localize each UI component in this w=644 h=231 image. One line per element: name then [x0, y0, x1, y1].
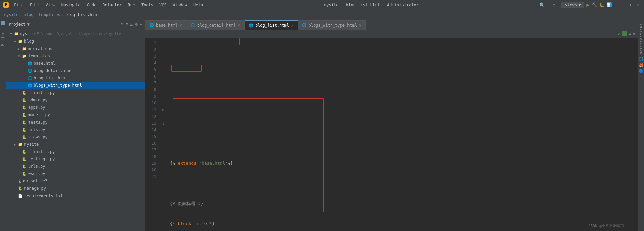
tab-blog-list-html[interactable]: 🌐 blog_list.html ✕: [245, 20, 298, 30]
project-panel: Project ▼ ⊕ ≡ ≣ ⚙ — ▼ 📁 mysite E:\about_…: [6, 19, 145, 231]
tab-list-icon[interactable]: ⋮: [631, 25, 635, 30]
project-title: Project ▼: [9, 22, 119, 27]
minimize-button[interactable]: —: [619, 3, 623, 7]
tree-item-templates[interactable]: ▼ 📁 templates: [6, 52, 145, 60]
browser-icon-2[interactable]: 🦊: [639, 63, 644, 67]
menu-code[interactable]: Code: [84, 2, 99, 8]
menu-window[interactable]: Window: [170, 2, 190, 8]
notifications-strip: Notifications 🌐 🦊 🔵: [638, 19, 644, 231]
code-line-1: {% extends 'base.html'%}: [170, 160, 638, 167]
tab-icon-detail: 🌐: [191, 23, 195, 27]
chevron-down-icon[interactable]: ∨: [633, 31, 635, 36]
tree-item-blog[interactable]: ▼ 📁 blog: [6, 37, 145, 45]
profile-icon[interactable]: 📊: [606, 2, 612, 7]
notifications-label[interactable]: Notifications: [639, 23, 643, 54]
title-bar: P File Edit View Navigate Code Refactor …: [0, 0, 644, 10]
left-strip: Project: [0, 19, 6, 231]
tree-item-views-py[interactable]: 🐍 views.py: [6, 133, 145, 141]
tree-item-models-py[interactable]: 🐍 models.py: [6, 111, 145, 119]
build-icon[interactable]: 🔨: [592, 2, 597, 7]
line-numbers: 1 2 3 4 5 6 7 8 9 10 11 12 13 14 15 16 1…: [145, 38, 159, 231]
views-button[interactable]: views ▼: [561, 2, 584, 8]
menu-navigate[interactable]: Navigate: [59, 2, 84, 8]
check-icon: ✓: [618, 31, 621, 36]
tree-item-blog-list-html[interactable]: 🌐 blog_list.html: [6, 74, 145, 82]
menu-view[interactable]: View: [43, 2, 58, 8]
main-layout: Project Project ▼ ⊕ ≡ ≣ ⚙ — ▼ 📁 mysite E…: [0, 19, 644, 231]
close-tab-detail[interactable]: ✕: [238, 23, 240, 27]
menu-bar[interactable]: File Edit View Navigate Code Refactor Ru…: [11, 2, 206, 8]
tree-item-wsgi-py[interactable]: 🐍 wsgi.py: [6, 170, 145, 177]
tab-icon-list: 🌐: [249, 23, 253, 28]
app-icon: P: [3, 2, 9, 8]
breadcrumb-blog[interactable]: blog: [24, 12, 34, 17]
breadcrumb: mysite › blog › templates › blog_list.ht…: [0, 10, 644, 19]
settings-icon[interactable]: ⚙: [549, 0, 559, 10]
debug-icon[interactable]: 🐛: [599, 2, 604, 7]
tree-item-blog-detail-html[interactable]: 🌐 blog_detail.html: [6, 67, 145, 74]
collapse-icon[interactable]: ≡: [126, 22, 128, 27]
chevron-up-icon[interactable]: ∧: [629, 31, 631, 36]
tree-item-mysite-sub[interactable]: ▶ 📁 mysite: [6, 141, 145, 148]
close-tab-type[interactable]: ✕: [359, 23, 361, 27]
close-panel-icon[interactable]: —: [140, 22, 142, 27]
project-tab-label[interactable]: Project: [1, 29, 5, 46]
close-tab-base[interactable]: ✕: [180, 23, 182, 27]
menu-run[interactable]: Run: [125, 2, 138, 8]
watermark: CSDN @小鲁不吃猪蹄: [588, 223, 624, 228]
tree-item-requirements-txt[interactable]: 📄 requirements.txt: [6, 192, 145, 200]
tree-item-manage-py[interactable]: 🐍 manage.py: [6, 185, 145, 192]
tree-item-settings-py[interactable]: 🐍 settings.py: [6, 155, 145, 163]
browser-icon-3[interactable]: 🔵: [639, 69, 644, 73]
tree-item-blogs-with-type-html[interactable]: 🌐 blogs_with_type.html: [6, 82, 145, 89]
expand-icon[interactable]: ≣: [130, 22, 133, 27]
tab-icon-type: 🌐: [302, 23, 307, 27]
code-editor[interactable]: 1 2 3 4 5 6 7 8 9 10 11 12 13 14 15 16 1…: [145, 38, 638, 231]
browser-icon-1[interactable]: 🌐: [639, 57, 644, 61]
search-icon[interactable]: 🔍: [537, 0, 547, 10]
tree-item-apps-py[interactable]: 🐍 apps.py: [6, 104, 145, 111]
maximize-button[interactable]: ❐: [627, 3, 632, 7]
tree-item-migrations[interactable]: ▶ 📁 migrations: [6, 45, 145, 52]
project-toolbar-icons: ⊕ ≡ ≣ ⚙ —: [121, 22, 142, 27]
window-title: mysite - blog_list.html - Administrator: [324, 3, 419, 7]
menu-refactor[interactable]: Refactor: [100, 2, 124, 8]
menu-file[interactable]: File: [11, 2, 26, 8]
tree-item-init-py-mysite[interactable]: 🐍 __init__.py: [6, 148, 145, 155]
close-tab-list[interactable]: ✕: [291, 23, 293, 28]
menu-edit[interactable]: Edit: [27, 2, 42, 8]
locate-icon[interactable]: ⊕: [121, 22, 124, 27]
menu-help[interactable]: Help: [191, 2, 206, 8]
tree-item-urls-py-blog[interactable]: 🐍 urls.py: [6, 126, 145, 133]
tabs-extra: ⋮: [631, 25, 638, 30]
settings-project-icon[interactable]: ⚙: [135, 22, 138, 27]
breadcrumb-file[interactable]: blog_list.html: [65, 12, 99, 17]
check-count-badge: 4: [622, 31, 628, 36]
breadcrumb-mysite[interactable]: mysite: [4, 12, 18, 17]
tab-blogs-with-type-html[interactable]: 🌐 blogs_with_type.html ✕: [298, 20, 366, 30]
title-bar-left: P File Edit View Navigate Code Refactor …: [3, 2, 206, 8]
tabs-bar: 🌐 base.html ✕ 🌐 blog_detail.html ✕ 🌐 blo…: [145, 19, 638, 30]
tree-item-urls-py-mysite[interactable]: 🐍 urls.py: [6, 163, 145, 170]
tab-blog-detail-html[interactable]: 🌐 blog_detail.html ✕: [186, 20, 245, 30]
breadcrumb-templates[interactable]: templates: [39, 12, 60, 17]
project-icon: [1, 21, 5, 25]
tree-item-tests-py[interactable]: 🐍 tests.py: [6, 119, 145, 126]
project-toolbar: Project ▼ ⊕ ≡ ≣ ⚙ —: [6, 19, 145, 29]
tree-item-db-sqlite3[interactable]: 🗄 db.sqlite3: [6, 177, 145, 185]
tab-icon-base: 🌐: [149, 23, 154, 27]
code-content[interactable]: {% extends 'base.html'%} {# 页面标题 #} {% b…: [166, 38, 638, 231]
tree-item-init-py-blog[interactable]: 🐍 __init__.py: [6, 89, 145, 96]
editor-area: 🌐 base.html ✕ 🌐 blog_detail.html ✕ 🌐 blo…: [145, 19, 638, 231]
window-controls: 🔍 ⚙ views ▼ ▶ 🔨 🐛 📊 — ❐ ✕: [537, 0, 641, 10]
tab-base-html[interactable]: 🌐 base.html ✕: [145, 20, 186, 30]
close-button[interactable]: ✕: [636, 3, 641, 7]
tree-item-mysite[interactable]: ▼ 📁 mysite E:\about_Django\test\mysite_e…: [6, 30, 145, 37]
tree-item-admin-py[interactable]: 🐍 admin.py: [6, 96, 145, 104]
tree-item-base-html[interactable]: 🌐 base.html: [6, 60, 145, 67]
menu-tools[interactable]: Tools: [139, 2, 156, 8]
menu-vcs[interactable]: VCS: [157, 2, 169, 8]
editor-check-bar: ✓ 4 ∧ ∨: [145, 30, 638, 38]
code-line-3: {# 页面标题 #}: [170, 200, 638, 207]
run-button[interactable]: ▶: [586, 2, 590, 8]
